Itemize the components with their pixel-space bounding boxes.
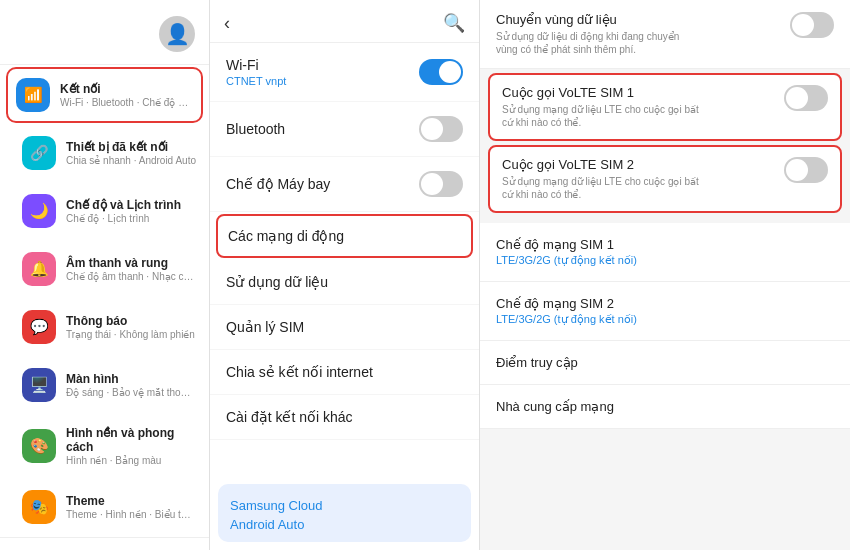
avatar[interactable]: 👤 xyxy=(159,16,195,52)
menu-title-2: Chế độ và Lịch trình xyxy=(66,198,181,212)
middle-item-sub-0: CTNET vnpt xyxy=(226,75,286,87)
right-item-link-4: LTE/3G/2G (tự động kết nối) xyxy=(496,313,637,326)
sidebar-item-7[interactable]: 🎭 Theme Theme · Hình nền · Biểu tượng xyxy=(6,479,203,535)
toggle-0[interactable] xyxy=(419,59,463,85)
right-item-title-1: Cuộc gọi VoLTE SIM 1 xyxy=(502,85,702,100)
menu-text-4: Thông báo Trạng thái · Không làm phiền xyxy=(66,314,195,340)
nav-home-btn[interactable]: ○ xyxy=(91,546,118,550)
middle-item-7[interactable]: Cài đặt kết nối khác xyxy=(210,395,479,440)
right-item-6[interactable]: Nhà cung cấp mạng xyxy=(480,385,850,429)
middle-item-5[interactable]: Quản lý SIM xyxy=(210,305,479,350)
right-toggle-1[interactable] xyxy=(784,85,828,111)
menu-icon-5: 🖥️ xyxy=(22,368,56,402)
middle-item-6[interactable]: Chia sẻ kết nối internet xyxy=(210,350,479,395)
right-item-1[interactable]: Cuộc gọi VoLTE SIM 1 Sử dụng mạng dữ liệ… xyxy=(488,73,842,141)
left-menu-list: 📶 Kết nối Wi-Fi · Bluetooth · Chế độ Máy… xyxy=(0,65,209,537)
right-item-text-3: Chế độ mạng SIM 1 LTE/3G/2G (tự động kết… xyxy=(496,237,637,267)
menu-sub-6: Hình nền · Bảng màu xyxy=(66,455,187,466)
right-item-3[interactable]: Chế độ mạng SIM 1 LTE/3G/2G (tự động kết… xyxy=(480,223,850,282)
right-item-title-4: Chế độ mạng SIM 2 xyxy=(496,296,637,311)
samsung-account-header[interactable]: 👤 xyxy=(0,0,209,65)
menu-title-1: Thiết bị đã kết nối xyxy=(66,140,196,154)
middle-item-text-0: Wi-Fi CTNET vnpt xyxy=(226,57,286,87)
right-item-text-2: Cuộc gọi VoLTE SIM 2 Sử dụng mạng dữ liệ… xyxy=(502,157,702,201)
middle-item-text-1: Bluetooth xyxy=(226,121,285,137)
menu-text-1: Thiết bị đã kết nối Chia sẻ nhanh · Andr… xyxy=(66,140,196,166)
menu-title-3: Âm thanh và rung xyxy=(66,256,196,270)
toggle-2[interactable] xyxy=(419,171,463,197)
right-item-title-0: Chuyển vùng dữ liệu xyxy=(496,12,696,27)
sidebar-item-0[interactable]: 📶 Kết nối Wi-Fi · Bluetooth · Chế độ Máy… xyxy=(6,67,203,123)
right-item-5[interactable]: Điểm truy cập xyxy=(480,341,850,385)
middle-item-4[interactable]: Sử dụng dữ liệu xyxy=(210,260,479,305)
right-item-sub-2: Sử dụng mạng dữ liệu LTE cho cuộc gọi bấ… xyxy=(502,175,702,201)
search-icon[interactable]: 🔍 xyxy=(443,12,465,34)
middle-item-text-3: Các mạng di động xyxy=(228,228,344,244)
right-panel: Chuyển vùng dữ liệu Sử dụng dữ liệu di đ… xyxy=(480,0,850,550)
middle-item-text-5: Quản lý SIM xyxy=(226,319,304,335)
right-item-text-0: Chuyển vùng dữ liệu Sử dụng dữ liệu di đ… xyxy=(496,12,696,56)
right-item-sub-0: Sử dụng dữ liệu di động khi đang chuyển … xyxy=(496,30,696,56)
menu-title-5: Màn hình xyxy=(66,372,196,386)
menu-text-5: Màn hình Độ sáng · Bảo vệ mắt thoải mái … xyxy=(66,372,196,398)
sidebar-item-3[interactable]: 🔔 Âm thanh và rung Chế độ âm thanh · Nhạ… xyxy=(6,241,203,297)
sidebar-item-2[interactable]: 🌙 Chế độ và Lịch trình Chế độ · Lịch trì… xyxy=(6,183,203,239)
middle-item-1[interactable]: Bluetooth xyxy=(210,102,479,157)
right-items-list: Chuyển vùng dữ liệu Sử dụng dữ liệu di đ… xyxy=(480,0,850,429)
suggest-link-1[interactable]: Android Auto xyxy=(230,517,459,532)
sidebar-item-5[interactable]: 🖥️ Màn hình Độ sáng · Bảo vệ mắt thoải m… xyxy=(6,357,203,413)
toggle-1[interactable] xyxy=(419,116,463,142)
right-item-text-1: Cuộc gọi VoLTE SIM 1 Sử dụng mạng dữ liệ… xyxy=(502,85,702,129)
sidebar-item-1[interactable]: 🔗 Thiết bị đã kết nối Chia sẻ nhanh · An… xyxy=(6,125,203,181)
menu-title-0: Kết nối xyxy=(60,82,190,96)
middle-item-3[interactable]: Các mạng di động xyxy=(216,214,473,258)
menu-text-7: Theme Theme · Hình nền · Biểu tượng xyxy=(66,494,196,520)
middle-menu-list: Wi-Fi CTNET vnpt Bluetooth Chế độ Máy ba… xyxy=(210,43,479,476)
suggest-link-0[interactable]: Samsung Cloud xyxy=(230,498,459,513)
right-item-4[interactable]: Chế độ mạng SIM 2 LTE/3G/2G (tự động kết… xyxy=(480,282,850,341)
middle-item-text-2: Chế độ Máy bay xyxy=(226,176,330,192)
menu-title-7: Theme xyxy=(66,494,196,508)
menu-sub-1: Chia sẻ nhanh · Android Auto xyxy=(66,155,196,166)
right-item-title-5: Điểm truy cập xyxy=(496,355,578,370)
middle-item-label-6: Chia sẻ kết nối internet xyxy=(226,364,373,380)
menu-icon-3: 🔔 xyxy=(22,252,56,286)
menu-icon-2: 🌙 xyxy=(22,194,56,228)
menu-text-0: Kết nối Wi-Fi · Bluetooth · Chế độ Máy b… xyxy=(60,82,190,108)
menu-icon-0: 📶 xyxy=(16,78,50,112)
middle-header: ‹ 🔍 xyxy=(210,0,479,43)
right-item-text-4: Chế độ mạng SIM 2 LTE/3G/2G (tự động kết… xyxy=(496,296,637,326)
middle-item-0[interactable]: Wi-Fi CTNET vnpt xyxy=(210,43,479,102)
back-arrow-icon[interactable]: ‹ xyxy=(224,13,230,34)
middle-item-2[interactable]: Chế độ Máy bay xyxy=(210,157,479,212)
menu-sub-4: Trạng thái · Không làm phiền xyxy=(66,329,195,340)
bottom-nav: ≡ ○ < xyxy=(0,537,209,550)
menu-title-4: Thông báo xyxy=(66,314,195,328)
right-item-text-6: Nhà cung cấp mạng xyxy=(496,399,614,414)
middle-item-label-0: Wi-Fi xyxy=(226,57,286,73)
right-item-title-2: Cuộc gọi VoLTE SIM 2 xyxy=(502,157,702,172)
middle-item-text-6: Chia sẻ kết nối internet xyxy=(226,364,373,380)
right-item-0[interactable]: Chuyển vùng dữ liệu Sử dụng dữ liệu di đ… xyxy=(480,0,850,69)
menu-icon-7: 🎭 xyxy=(22,490,56,524)
right-item-2[interactable]: Cuộc gọi VoLTE SIM 2 Sử dụng mạng dữ liệ… xyxy=(488,145,842,213)
menu-text-6: Hình nền và phong cách Hình nền · Bảng m… xyxy=(66,426,187,466)
menu-text-2: Chế độ và Lịch trình Chế độ · Lịch trình xyxy=(66,198,181,224)
sidebar-item-4[interactable]: 💬 Thông báo Trạng thái · Không làm phiền xyxy=(6,299,203,355)
middle-item-label-7: Cài đặt kết nối khác xyxy=(226,409,353,425)
right-toggle-0[interactable] xyxy=(790,12,834,38)
middle-item-label-3: Các mạng di động xyxy=(228,228,344,244)
nav-back-btn[interactable]: < xyxy=(154,546,181,550)
nav-menu-btn[interactable]: ≡ xyxy=(28,546,55,550)
right-item-title-6: Nhà cung cấp mạng xyxy=(496,399,614,414)
middle-item-label-2: Chế độ Máy bay xyxy=(226,176,330,192)
middle-item-label-5: Quản lý SIM xyxy=(226,319,304,335)
menu-icon-4: 💬 xyxy=(22,310,56,344)
right-toggle-2[interactable] xyxy=(784,157,828,183)
sidebar-item-6[interactable]: 🎨 Hình nền và phong cách Hình nền · Bảng… xyxy=(6,415,203,477)
menu-icon-1: 🔗 xyxy=(22,136,56,170)
menu-sub-7: Theme · Hình nền · Biểu tượng xyxy=(66,509,196,520)
menu-sub-0: Wi-Fi · Bluetooth · Chế độ Máy bay xyxy=(60,97,190,108)
middle-header-left: ‹ xyxy=(224,13,238,34)
menu-sub-5: Độ sáng · Bảo vệ mắt thoải mái · Thanh đ… xyxy=(66,387,196,398)
